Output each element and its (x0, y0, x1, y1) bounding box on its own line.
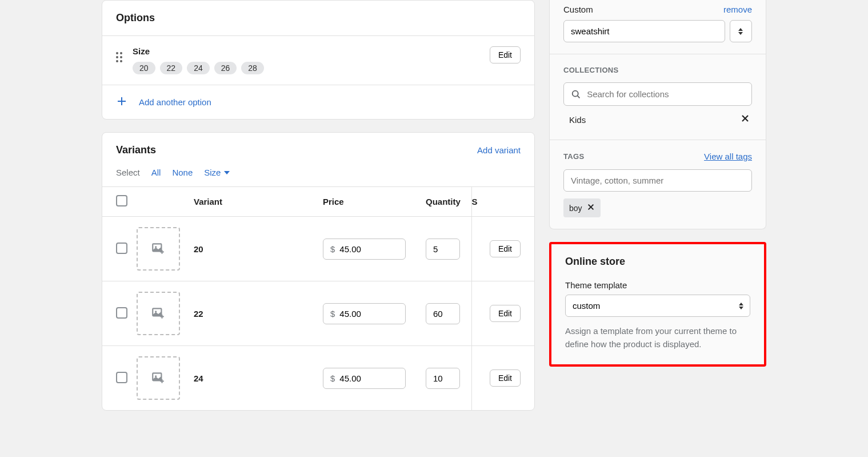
image-upload-placeholder[interactable] (137, 356, 180, 400)
chevron-up-icon (738, 28, 743, 31)
variant-row: 22$Edit (102, 281, 534, 346)
option-value-badge: 20 (133, 62, 155, 74)
variant-label: 20 (194, 244, 203, 254)
price-input[interactable] (339, 309, 398, 319)
col-quantity: Quantity (426, 187, 471, 217)
option-name: Size (133, 46, 479, 56)
price-input[interactable] (339, 244, 398, 254)
chevron-down-icon (738, 32, 743, 35)
col-variant: Variant (194, 187, 323, 217)
option-value-badge: 28 (241, 62, 264, 74)
options-title: Options (116, 12, 155, 24)
price-input-wrap[interactable]: $ (323, 303, 406, 324)
edit-option-button[interactable]: Edit (490, 46, 521, 63)
variant-row: 24$Edit (102, 346, 534, 411)
edit-variant-button[interactable]: Edit (490, 369, 521, 387)
svg-point-14 (573, 90, 578, 96)
edit-variant-button[interactable]: Edit (490, 305, 521, 322)
currency-prefix: $ (330, 373, 335, 383)
add-variant-link[interactable]: Add variant (477, 145, 521, 155)
option-value-badge: 24 (187, 62, 210, 74)
theme-template-label: Theme template (565, 280, 750, 290)
row-checkbox[interactable] (116, 372, 127, 383)
options-card: Options Size 2022242628 Edit Add another… (102, 0, 535, 120)
drag-handle-icon[interactable] (116, 52, 122, 62)
tags-title: TAGS (563, 152, 584, 161)
tag-chip: boy (563, 198, 601, 217)
add-option-button[interactable]: Add another option (102, 85, 534, 119)
qty-input[interactable] (433, 244, 453, 254)
variant-label: 24 (194, 373, 203, 383)
qty-input[interactable] (433, 309, 453, 319)
currency-prefix: $ (330, 309, 335, 319)
variant-row: 20$Edit (102, 217, 534, 281)
image-upload-placeholder[interactable] (137, 292, 180, 335)
view-all-tags-link[interactable]: View all tags (704, 152, 752, 161)
collections-search-input[interactable] (587, 83, 745, 105)
theme-template-help: Assign a template from your current them… (565, 325, 750, 351)
tag-name: boy (569, 204, 582, 213)
qty-input-wrap[interactable] (426, 368, 460, 389)
theme-template-select[interactable]: custom (565, 295, 750, 317)
online-store-card: Online store Theme template custom Assig… (549, 242, 766, 367)
search-icon (571, 89, 581, 100)
row-checkbox[interactable] (116, 243, 127, 254)
select-label: Select (116, 168, 140, 177)
select-all-checkbox[interactable] (116, 195, 127, 206)
collections-search[interactable] (563, 82, 752, 106)
price-input-wrap[interactable]: $ (323, 239, 406, 260)
option-row-size: Size 2022242628 Edit (102, 35, 534, 85)
remove-tag-button[interactable] (587, 202, 595, 214)
option-value-badge: 22 (160, 62, 183, 74)
edit-variant-button[interactable]: Edit (490, 240, 521, 257)
variants-title: Variants (116, 144, 156, 156)
price-input-wrap[interactable]: $ (323, 368, 406, 389)
qty-input-wrap[interactable] (426, 303, 460, 324)
col-price: Price (323, 187, 426, 217)
svg-line-15 (578, 96, 580, 98)
variants-card: Variants Add variant Select All None Siz… (102, 132, 535, 411)
col-sku: S (471, 187, 483, 217)
image-upload-placeholder[interactable] (137, 227, 180, 271)
qty-input-wrap[interactable] (426, 239, 460, 260)
custom-input[interactable] (563, 20, 725, 42)
remove-collection-button[interactable] (741, 114, 750, 126)
collection-item: Kids (563, 106, 752, 128)
filter-none[interactable]: None (172, 168, 193, 177)
option-value-badge: 26 (214, 62, 237, 74)
currency-prefix: $ (330, 244, 335, 254)
sidebar-card: Custom remove COLLECTIONS (549, 0, 766, 229)
custom-remove-link[interactable]: remove (723, 5, 752, 14)
filter-size[interactable]: Size (204, 168, 230, 177)
row-checkbox[interactable] (116, 307, 127, 319)
collections-title: COLLECTIONS (563, 66, 618, 74)
variant-label: 22 (194, 309, 203, 319)
chevron-down-icon (224, 171, 230, 174)
online-store-title: Online store (565, 256, 750, 268)
custom-label: Custom (563, 5, 593, 14)
qty-input[interactable] (433, 373, 453, 383)
custom-select-button[interactable] (730, 20, 752, 42)
collection-name: Kids (569, 115, 586, 125)
filter-all[interactable]: All (151, 168, 161, 177)
plus-icon (116, 96, 127, 109)
tags-input[interactable] (563, 169, 752, 192)
add-option-label: Add another option (139, 97, 211, 107)
price-input[interactable] (339, 373, 398, 383)
